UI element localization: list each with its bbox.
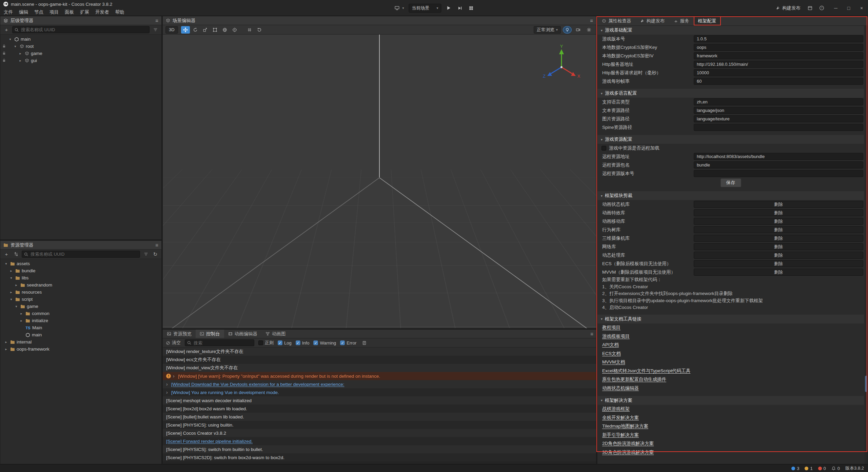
add-asset-button[interactable]: + bbox=[3, 251, 10, 258]
app-window-button[interactable] bbox=[806, 5, 814, 12]
lighting-toggle-button[interactable] bbox=[563, 26, 572, 34]
expand-icon[interactable]: › bbox=[173, 374, 176, 378]
tree-row[interactable]: ▾script bbox=[0, 296, 161, 303]
tree-row[interactable]: ▸seedrandom bbox=[0, 281, 161, 289]
reset-view-button[interactable] bbox=[255, 26, 264, 34]
console-log-row[interactable]: ›[Window] You are running Vue in develop… bbox=[163, 388, 596, 396]
tree-row[interactable]: ▾root bbox=[0, 43, 161, 50]
text-input[interactable] bbox=[694, 69, 863, 76]
tree-row[interactable]: ▸internal bbox=[0, 338, 161, 346]
delete-module-button[interactable]: 删除 bbox=[694, 260, 863, 267]
filter-warning[interactable]: ✓Warning bbox=[313, 340, 336, 346]
checkbox[interactable] bbox=[601, 146, 606, 151]
text-input[interactable] bbox=[694, 124, 863, 131]
menu-item[interactable]: 节点 bbox=[31, 8, 46, 16]
inspector-tab[interactable]: 构建发布 bbox=[636, 16, 669, 25]
checkbox[interactable]: ✓ bbox=[313, 340, 318, 345]
panel-menu-icon[interactable]: ≡ bbox=[590, 331, 593, 336]
console-log-row[interactable]: !›[Window] [Vue warn]: Property "onInput… bbox=[163, 372, 596, 380]
console-log-row[interactable]: [Scene] [bullet]:bullet wasm lib loaded. bbox=[163, 413, 596, 421]
text-input[interactable] bbox=[694, 107, 863, 114]
rect-tool-button[interactable] bbox=[211, 26, 219, 34]
expand-icon[interactable]: › bbox=[166, 382, 169, 387]
doc-link[interactable]: 战棋游戏框架 bbox=[602, 406, 630, 412]
doc-link[interactable]: 教程项目 bbox=[602, 324, 620, 331]
regex-checkbox[interactable] bbox=[258, 340, 263, 345]
tree-row[interactable]: ▸common bbox=[0, 310, 161, 317]
doc-link[interactable]: API文档 bbox=[602, 342, 619, 348]
scrollbar-thumb[interactable] bbox=[865, 376, 867, 392]
tree-row[interactable]: ▾main bbox=[0, 36, 161, 43]
delete-module-button[interactable]: 删除 bbox=[694, 209, 863, 216]
delete-module-button[interactable]: 删除 bbox=[694, 243, 863, 250]
tree-row[interactable]: ▸resources bbox=[0, 289, 161, 296]
filter-info[interactable]: ✓Info bbox=[296, 340, 310, 346]
section-header[interactable]: ▾游戏资源配置 bbox=[597, 135, 864, 144]
tree-row[interactable]: ▸bundle bbox=[0, 267, 161, 274]
doc-link[interactable]: 全栈开发解决方案 bbox=[602, 415, 639, 421]
delete-module-button[interactable]: 删除 bbox=[694, 252, 863, 259]
filter-error[interactable]: ✓Error bbox=[340, 340, 356, 346]
section-header[interactable]: ▾框架模块剪裁 bbox=[597, 191, 864, 200]
doc-link[interactable]: 动画状态机编辑器 bbox=[602, 385, 639, 391]
text-input[interactable] bbox=[694, 78, 863, 85]
doc-link[interactable]: ECS文档 bbox=[602, 351, 621, 357]
console-log-row[interactable]: [Scene] [PHYSICS]: switch from builtin t… bbox=[163, 445, 596, 453]
text-input[interactable] bbox=[694, 44, 863, 51]
error-count[interactable]: 0 bbox=[818, 466, 826, 471]
panel-menu-icon[interactable]: ≡ bbox=[155, 18, 158, 23]
text-input[interactable] bbox=[694, 98, 863, 105]
text-input[interactable] bbox=[694, 161, 863, 169]
doc-link[interactable]: MVVM文档 bbox=[602, 359, 625, 365]
chevron-right-icon[interactable]: ▸ bbox=[19, 312, 24, 315]
world-space-button[interactable] bbox=[220, 26, 229, 34]
panel-menu-icon[interactable]: ≡ bbox=[590, 18, 593, 23]
orientation-gizmo[interactable]: Y X Z bbox=[541, 44, 582, 85]
delete-module-button[interactable]: 删除 bbox=[694, 269, 863, 276]
console-log-row[interactable]: [Window] model_view文件夹不存在 bbox=[163, 364, 596, 372]
step-button[interactable] bbox=[456, 5, 464, 12]
tree-row[interactable]: ▸initialize bbox=[0, 317, 161, 324]
help-button[interactable]: ? bbox=[817, 4, 826, 12]
chevron-down-icon[interactable]: ▾ bbox=[4, 262, 8, 266]
scene-select[interactable]: 当前场景 ▾ bbox=[409, 4, 441, 13]
warning-count[interactable]: 1 bbox=[805, 466, 812, 471]
menu-item[interactable]: 开发者 bbox=[92, 8, 112, 16]
filter-icon[interactable] bbox=[142, 251, 150, 258]
console-log-row[interactable]: [Window] render_texture文件夹不存在 bbox=[163, 348, 596, 356]
console-log-row[interactable]: ›[Window] Download the Vue Devtools exte… bbox=[163, 380, 596, 388]
view-mode-select[interactable]: 正常浏览 ▾ bbox=[534, 26, 561, 34]
chevron-right-icon[interactable]: ▸ bbox=[4, 340, 8, 344]
delete-module-button[interactable]: 删除 bbox=[694, 226, 863, 233]
chevron-right-icon[interactable]: ▸ bbox=[4, 347, 8, 351]
tree-row[interactable]: ▸gui bbox=[0, 57, 161, 64]
preview-target-button[interactable]: ▾ bbox=[393, 4, 406, 12]
inspector-tab[interactable]: 服务 bbox=[669, 16, 694, 25]
doc-link[interactable]: Tiledmap地图解决方案 bbox=[602, 423, 648, 429]
pivot-button[interactable] bbox=[230, 26, 239, 34]
doc-link[interactable]: 新手引导解决方案 bbox=[602, 432, 639, 438]
scrollbar[interactable] bbox=[865, 26, 868, 464]
doc-link[interactable]: 3D角色扮演游戏解决方案 bbox=[602, 449, 654, 455]
delete-module-button[interactable]: 删除 bbox=[694, 235, 863, 242]
chevron-down-icon[interactable]: ▾ bbox=[13, 44, 18, 48]
hierarchy-search-input[interactable] bbox=[20, 27, 147, 33]
chevron-right-icon[interactable]: ▸ bbox=[18, 59, 23, 62]
console-tab[interactable]: 动画图 bbox=[261, 330, 290, 338]
section-header[interactable]: ▾框架解决方案 bbox=[597, 396, 864, 405]
rotate-tool-button[interactable] bbox=[191, 26, 200, 34]
console-log-row[interactable]: [Window] ecs文件夹不存在 bbox=[163, 356, 596, 364]
chevron-down-icon[interactable]: ▾ bbox=[9, 276, 14, 280]
console-log-row[interactable]: [Scene] meshopt wasm decoder initialized bbox=[163, 396, 596, 405]
text-input[interactable] bbox=[694, 170, 863, 177]
panel-menu-icon[interactable]: ≡ bbox=[155, 242, 158, 248]
section-header[interactable]: ▾游戏基础配置 bbox=[597, 26, 864, 35]
scene-settings-button[interactable] bbox=[585, 26, 593, 34]
inspector-tab[interactable]: 框架配置 bbox=[694, 16, 721, 25]
scene-viewport[interactable]: Y X Z bbox=[163, 35, 596, 328]
delete-module-button[interactable]: 删除 bbox=[694, 218, 863, 225]
doc-link[interactable]: 游戏模板项目 bbox=[602, 333, 630, 339]
refresh-icon[interactable]: ↻ bbox=[152, 251, 159, 258]
notification-count[interactable]: 0 bbox=[831, 466, 840, 471]
section-header[interactable]: ▾游戏多语言配置 bbox=[597, 89, 864, 98]
